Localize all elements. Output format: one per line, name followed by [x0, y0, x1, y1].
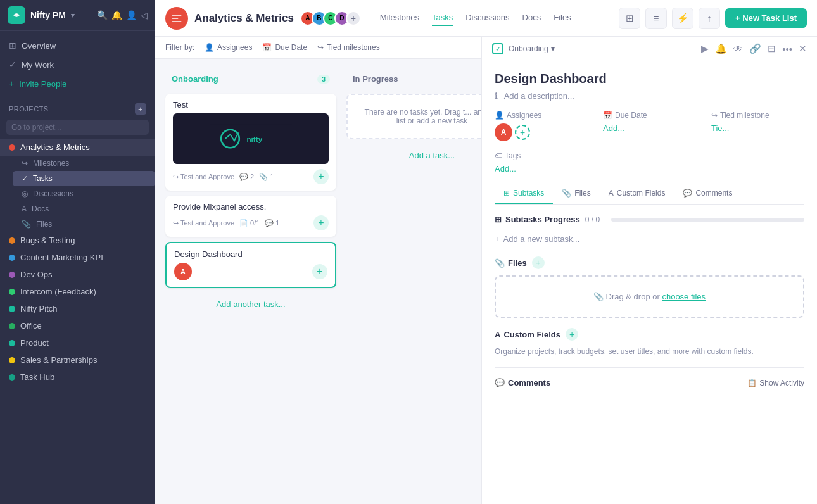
files-title: 📎 Files — [495, 258, 527, 268]
tied-milestone-add-btn[interactable]: Tie... — [711, 123, 804, 133]
new-task-list-button[interactable]: + New Task List — [725, 8, 807, 28]
project-item-bugs[interactable]: Bugs & Testing — [0, 232, 155, 249]
files-section-icon: 📎 — [495, 258, 505, 268]
collapse-icon[interactable]: ◁ — [141, 10, 148, 20]
desc-icon: ℹ — [495, 91, 498, 101]
sub-item-discussions[interactable]: ◎ Discussions — [13, 186, 155, 201]
add-file-button[interactable]: + — [532, 256, 545, 269]
project-item-intercom[interactable]: Intercom (Feedback) — [0, 283, 155, 300]
tab-custom-fields[interactable]: A Custom Fields — [600, 184, 674, 204]
topbar-nav-docs[interactable]: Docs — [522, 10, 542, 26]
project-item-office[interactable]: Office — [0, 317, 155, 334]
filter-due-date[interactable]: 📅 Due Date — [262, 43, 307, 52]
add-task-link-in-progress[interactable]: Add a task... — [346, 144, 481, 167]
task-card-test[interactable]: Test nifty ↪ Test — [165, 94, 336, 191]
files-tab-icon: 📎 — [562, 189, 571, 198]
filter-tied-milestones[interactable]: ↪ Tied milestones — [317, 43, 380, 52]
project-label-content: Content Marketing KPI — [20, 253, 103, 262]
brand[interactable]: Nifty PM ▾ — [8, 6, 75, 24]
grid-view-btn[interactable]: ⊞ — [619, 8, 640, 29]
project-item-devops[interactable]: Dev Ops — [0, 266, 155, 283]
lightning-btn[interactable]: ⚡ — [672, 8, 694, 29]
topbar: Analytics & Metrics A B C D + Milestones… — [155, 0, 817, 37]
play-icon[interactable]: ▶ — [701, 43, 709, 54]
sub-item-tasks[interactable]: ✓ Tasks — [13, 171, 155, 186]
bell-icon[interactable]: 🔔 — [111, 10, 122, 20]
empty-column-msg: There are no tasks yet. Drag t... anothe… — [365, 108, 481, 125]
files-drop-zone[interactable]: 📎 Drag & drop or choose files — [495, 275, 804, 318]
project-dot-devops — [9, 272, 15, 278]
task-meta-test: ↪ Test and Approve 💬 2 📎 1 + — [173, 169, 329, 184]
project-item-content[interactable]: Content Marketing KPI — [0, 249, 155, 266]
task-assign-btn-design-dashboard[interactable]: + — [312, 264, 327, 279]
choose-files-link[interactable]: choose files — [662, 292, 706, 301]
sidebar-item-my-work[interactable]: ✓ My Work — [0, 55, 155, 74]
project-item-pitch[interactable]: Nifty Pitch — [0, 300, 155, 317]
project-dot-analytics — [9, 144, 15, 151]
tasks-icon: ✓ — [22, 174, 28, 183]
project-item-analytics[interactable]: Analytics & Metrics — [0, 139, 155, 156]
sidebar: Nifty PM ▾ 🔍 🔔 👤 ◁ ⊞ Overview ✓ My Work … — [0, 0, 155, 504]
due-date-label: 📅 Due Date — [603, 111, 696, 120]
tab-subtasks[interactable]: ⊞ Subtasks — [495, 184, 553, 204]
filter-assignees[interactable]: 👤 Assignees — [205, 43, 252, 52]
show-activity-button[interactable]: 📋 Show Activity — [747, 379, 804, 387]
detail-description[interactable]: ℹ Add a description... — [495, 91, 804, 101]
tied-milestone-label: ↪ Tied milestone — [711, 111, 804, 120]
subtasks-icon: ⊞ — [495, 215, 502, 224]
project-label-taskhub: Task Hub — [20, 372, 54, 382]
tab-comments[interactable]: 💬 Comments — [674, 184, 741, 204]
close-icon[interactable]: ✕ — [799, 43, 807, 54]
task-comments-test: 💬 2 — [239, 173, 254, 181]
sidebar-item-invite-people[interactable]: + Invite People — [0, 74, 155, 93]
add-member-btn[interactable]: + — [346, 11, 361, 26]
due-date-add-btn[interactable]: Add... — [603, 123, 696, 133]
add-subtask-icon: + — [495, 234, 500, 244]
task-card-design-dashboard[interactable]: Design Dashboard A + — [165, 242, 336, 288]
project-item-sales[interactable]: Sales & Partnerships — [0, 351, 155, 369]
comments-title: 💬 Comments — [495, 378, 550, 387]
sidebar-item-overview[interactable]: ⊞ Overview — [0, 36, 155, 55]
column-header-in-progress: In Progress — [346, 69, 481, 89]
topbar-nav-discussions[interactable]: Discussions — [466, 10, 509, 26]
bell-icon-detail[interactable]: 🔔 — [715, 43, 727, 54]
topbar-nav-tasks[interactable]: Tasks — [432, 10, 453, 26]
detail-breadcrumb: Onboarding ▾ — [509, 44, 555, 53]
topbar-nav-milestones[interactable]: Milestones — [380, 10, 419, 26]
task-assign-btn-test[interactable]: + — [314, 169, 329, 184]
avatar-icon[interactable]: 👤 — [126, 10, 137, 20]
sub-item-files[interactable]: 📎 Files — [13, 217, 155, 232]
task-card-mixpanel[interactable]: Provide Mixpanel access. ↪ Test and Appr… — [165, 196, 336, 237]
more-icon[interactable]: ••• — [782, 44, 792, 54]
add-task-link-onboarding[interactable]: Add another task... — [165, 293, 336, 315]
eye-icon[interactable]: 👁 — [733, 44, 743, 54]
task-meta-design-dashboard: A + — [174, 263, 327, 280]
sidebar-item-label-overview: Overview — [22, 41, 56, 51]
task-assign-btn-mixpanel[interactable]: + — [314, 215, 329, 230]
add-tag-button[interactable]: Add... — [495, 164, 804, 173]
check-icon: ✓ — [495, 45, 501, 53]
sub-item-docs[interactable]: A Docs — [13, 201, 155, 217]
add-custom-field-button[interactable]: + — [566, 328, 578, 341]
link-icon[interactable]: 🔗 — [749, 43, 761, 54]
upload-btn[interactable]: ↑ — [699, 8, 720, 29]
filter-bar: Filter by: 👤 Assignees 📅 Due Date ↪ Tied… — [155, 37, 481, 59]
add-assignee-button[interactable]: + — [515, 125, 530, 140]
custom-fields-title: A Custom Fields — [495, 330, 560, 339]
layout-icon[interactable]: ⊟ — [768, 43, 776, 54]
sub-item-milestones[interactable]: ↪ Milestones — [13, 156, 155, 171]
sub-item-label-docs: Docs — [32, 205, 49, 213]
tags-row: 🏷 Tags Add... — [495, 151, 804, 173]
search-icon[interactable]: 🔍 — [97, 10, 108, 20]
content-area: Filter by: 👤 Assignees 📅 Due Date ↪ Tied… — [155, 37, 817, 504]
add-subtask-button[interactable]: + Add a new subtask... — [495, 232, 804, 246]
project-item-product[interactable]: Product — [0, 334, 155, 351]
list-view-btn[interactable]: ≡ — [645, 8, 667, 29]
tab-files[interactable]: 📎 Files — [553, 184, 599, 204]
task-complete-checkbox[interactable]: ✓ — [492, 43, 504, 54]
project-item-taskhub[interactable]: Task Hub — [0, 369, 155, 386]
custom-fields-header: A Custom Fields + — [495, 328, 804, 341]
add-project-button[interactable]: + — [135, 103, 146, 115]
topbar-nav-files[interactable]: Files — [554, 10, 571, 26]
project-search-input[interactable] — [6, 120, 149, 135]
